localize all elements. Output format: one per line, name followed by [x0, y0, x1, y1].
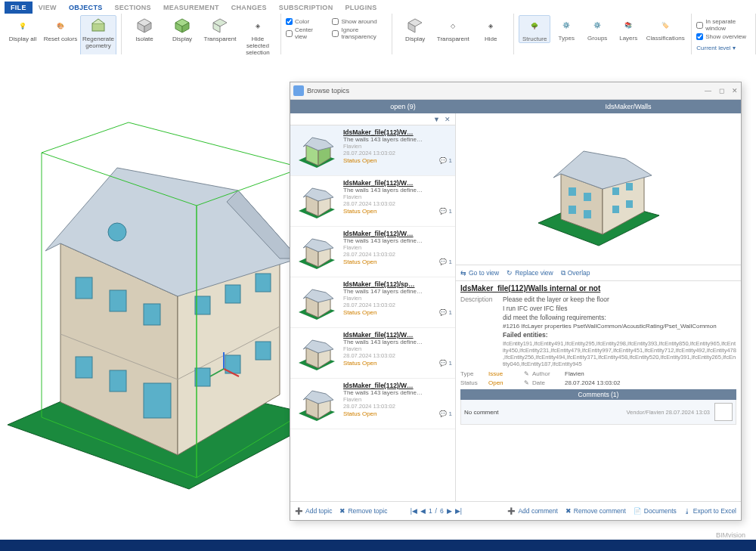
level-combo[interactable]: Current level ▾ [696, 45, 751, 51]
display-all-label: Display all [9, 36, 36, 42]
types-icon: ⚙️ [558, 17, 575, 33]
svg-rect-30 [256, 342, 271, 360]
topic-thumb [293, 331, 340, 375]
dialog-titlebar[interactable]: Browse topics — ◻ ✕ [290, 82, 741, 100]
export-excel-button[interactable]: ⭳ Export to Excel [684, 507, 736, 515]
tab-view[interactable]: VIEW [33, 2, 63, 14]
add-topic-button[interactable]: ➕ Add topic [295, 507, 332, 515]
tab-measure[interactable]: MEASUREMENT [157, 2, 225, 14]
topic-name: IdsMaker_file(112)/sp… [343, 280, 452, 288]
topic-preview[interactable] [456, 113, 741, 265]
max-icon[interactable]: ◻ [719, 87, 724, 94]
hide-all-button[interactable]: ◈Hide [472, 15, 509, 59]
reset-colors-button[interactable]: 🎨Reset colors [42, 15, 79, 59]
topic-date: 28.07.2024 13:03:02 [343, 251, 452, 258]
structure-button[interactable]: 🌳Structure [519, 15, 550, 43]
cube-green-icon [174, 17, 191, 34]
topic-row[interactable]: IdsMaker_file(112)/W… The walls 143 laye… [290, 379, 455, 429]
types-button[interactable]: ⚙️Types [551, 15, 581, 42]
check-sepwin[interactable]: In separate window [696, 18, 751, 32]
comments-header: Comments (1) [460, 389, 736, 400]
topic-desc: The walls 143 layers define… [343, 187, 452, 193]
close-icon[interactable]: ✕ [732, 87, 738, 94]
svg-point-31 [108, 223, 126, 241]
hide-sel-label: Hide selected selection [240, 36, 275, 56]
filter-icon[interactable]: ▼ [433, 116, 440, 123]
clear-filter-icon[interactable]: ✕ [445, 116, 451, 123]
svg-rect-68 [584, 193, 591, 201]
topic-title: IdsMaker_file(112)/Walls internal or not [460, 284, 736, 293]
check-showaround[interactable]: Show around [332, 18, 387, 25]
documents-button[interactable]: 📄 Documents [634, 507, 677, 515]
topic-author: Flavien [343, 396, 452, 403]
comment-row[interactable]: No comment Vendor/Flavien 28.07.2024 13:… [460, 400, 736, 425]
check-color[interactable]: Color [286, 18, 321, 25]
last-icon[interactable]: ▶| [455, 507, 462, 515]
tab-subscription[interactable]: SUBSCRIPTION [273, 2, 339, 14]
goto-view-link[interactable]: ⇆ Go to view [460, 269, 499, 277]
prev-icon[interactable]: ◀ [420, 507, 426, 515]
check-igntrans[interactable]: Ignore transparency [332, 26, 387, 40]
svg-rect-69 [569, 206, 576, 214]
tab-plugins[interactable]: PLUGINS [339, 2, 383, 14]
detail-toolbar: ⇆ Go to view ↻ Replace view ⧉ Overlap [456, 265, 741, 281]
bulb-icon: 💡 [14, 17, 31, 34]
status-bar [0, 540, 756, 551]
hide-sel-button[interactable]: ◈Hide selected selection [240, 15, 276, 59]
document-icon[interactable] [714, 403, 733, 421]
cube-transparent-icon [212, 17, 228, 34]
next-icon[interactable]: ▶ [447, 507, 452, 515]
comment-count-icon: 💬 1 [439, 410, 452, 417]
regenerate-geometry-button[interactable]: Regenerate geometry [80, 15, 116, 59]
structure-icon: 🌳 [526, 17, 543, 34]
comment-count-icon: 💬 1 [439, 258, 452, 265]
replace-view-link[interactable]: ↻ Replace view [507, 269, 553, 277]
overlap-link[interactable]: ⧉ Overlap [561, 269, 590, 277]
tab-sections[interactable]: SECTIONS [109, 2, 157, 14]
check-center[interactable]: Center view [286, 26, 321, 40]
groups-button[interactable]: ⚙️Groups [582, 15, 612, 42]
display-sel-label: Display [172, 36, 192, 42]
regenerate-icon [90, 17, 107, 34]
transparent-all-button[interactable]: ◇Transparent [435, 15, 471, 59]
tab-changes[interactable]: CHANGES [225, 2, 273, 14]
svg-line-34 [42, 122, 129, 153]
check-showov[interactable]: Show overview [696, 33, 751, 40]
layers-button[interactable]: 📚Layers [613, 15, 643, 42]
display-all2-button[interactable]: Display [397, 15, 433, 59]
topic-name: IdsMaker_file(112)/W… [343, 382, 452, 389]
topic-name: IdsMaker_file(112)/W… [343, 179, 452, 187]
svg-rect-67 [569, 187, 576, 196]
topic-row[interactable]: IdsMaker_file(112)/W… The walls 143 laye… [290, 176, 455, 227]
display-all-button[interactable]: 💡Display all [5, 15, 41, 59]
comment-text: No comment [464, 409, 621, 416]
regen-label: Regenerate geometry [81, 36, 116, 49]
classifications-button[interactable]: 🏷️Classifications [644, 15, 686, 42]
preview-house-icon [523, 128, 674, 249]
topic-row[interactable]: IdsMaker_file(112)/W… The walls 143 laye… [290, 328, 455, 379]
remove-comment-button[interactable]: ✖ Remove comment [565, 507, 626, 515]
pencil-icon[interactable]: ✎ [524, 379, 530, 386]
transparent-button[interactable]: Transparent [202, 15, 238, 59]
topic-thumb [293, 280, 340, 324]
first-icon[interactable]: |◀ [411, 507, 417, 515]
svg-line-35 [129, 122, 302, 168]
topic-desc: The walls 143 layers define… [343, 237, 452, 244]
add-comment-button[interactable]: ➕ Add comment [507, 507, 557, 515]
tab-file[interactable]: FILE [5, 2, 33, 14]
isolate-button[interactable]: Isolate [126, 15, 163, 59]
min-icon[interactable]: — [705, 87, 711, 94]
tab-objects[interactable]: OBJECTS [63, 2, 109, 14]
reset-colors-label: Reset colors [44, 36, 77, 42]
groups-icon: ⚙️ [589, 17, 606, 33]
topic-row[interactable]: IdsMaker_file(112)/W… The walls 143 laye… [290, 227, 455, 277]
pencil-icon[interactable]: ✎ [524, 370, 530, 377]
palette-icon: 🎨 [52, 17, 69, 34]
display-sel-button[interactable]: Display [164, 15, 200, 59]
topic-row[interactable]: IdsMaker_file(112)/sp… The walls 147 lay… [290, 277, 455, 328]
topic-row[interactable]: IdsMaker_file(112)/W… The walls 143 laye… [290, 125, 455, 176]
topic-name: IdsMaker_file(112)/W… [343, 128, 452, 136]
svg-rect-25 [195, 296, 210, 314]
remove-topic-button[interactable]: ✖ Remove topic [339, 507, 387, 515]
topic-list[interactable]: IdsMaker_file(112)/W… The walls 143 laye… [290, 125, 455, 501]
